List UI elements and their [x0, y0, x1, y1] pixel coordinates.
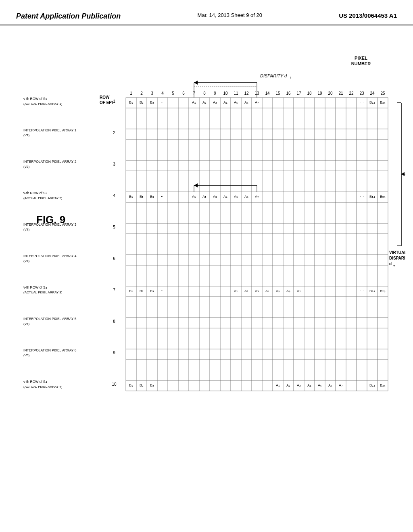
svg-text:(V2): (V2): [23, 165, 29, 168]
svg-text:3: 3: [113, 162, 115, 166]
svg-text:INTERPOLATION PIXEL ARRAY 1: INTERPOLATION PIXEL ARRAY 1: [23, 128, 77, 132]
svg-text:4: 4: [161, 91, 164, 96]
svg-text:i: i: [290, 76, 291, 79]
svg-text:DISPARITY: DISPARITY: [389, 256, 405, 260]
svg-text:6: 6: [182, 91, 185, 96]
svg-text:4: 4: [113, 193, 115, 198]
svg-text:INTERPOLATION PIXEL ARRAY 2: INTERPOLATION PIXEL ARRAY 2: [23, 160, 77, 164]
svg-text:8: 8: [203, 91, 206, 96]
svg-text:A₁: A₁: [234, 289, 238, 293]
svg-text:⋯: ⋯: [161, 383, 165, 387]
svg-text:⋯: ⋯: [360, 289, 364, 293]
svg-text:A₃: A₃: [213, 100, 217, 104]
svg-text:B₂: B₂: [140, 383, 144, 387]
svg-text:A₆: A₆: [328, 383, 332, 387]
svg-text:B₂: B₂: [140, 289, 144, 293]
svg-text:1: 1: [130, 91, 132, 96]
svg-text:19: 19: [317, 91, 322, 96]
svg-text:A₇: A₇: [255, 100, 259, 104]
svg-text:5: 5: [113, 225, 115, 229]
svg-text:⋯: ⋯: [161, 289, 165, 293]
svg-text:(ACTUAL PIXEL ARRAY 2): (ACTUAL PIXEL ARRAY 2): [23, 196, 63, 200]
svg-text:5: 5: [172, 91, 174, 96]
svg-text:⋯: ⋯: [360, 100, 364, 104]
svg-text:v-th ROW of S₂: v-th ROW of S₂: [23, 191, 47, 195]
svg-text:B₂₄: B₂₄: [369, 100, 375, 104]
svg-text:INTERPOLATION PIXEL ARRAY 6: INTERPOLATION PIXEL ARRAY 6: [23, 348, 77, 352]
svg-text:25: 25: [380, 91, 385, 96]
diagram-svg: PIXEL NUMBER ROW OF EPI 1 2 3 4 5 6 7 8 …: [22, 52, 405, 520]
svg-text:A₄: A₄: [223, 100, 227, 104]
svg-text:2: 2: [140, 91, 143, 96]
svg-text:B₃: B₃: [150, 195, 154, 199]
svg-text:B₂₅: B₂₅: [380, 383, 386, 387]
svg-text:OF EPI: OF EPI: [100, 100, 113, 105]
svg-text:B₂: B₂: [140, 195, 144, 199]
svg-text:INTERPOLATION PIXEL ARRAY 5: INTERPOLATION PIXEL ARRAY 5: [23, 317, 77, 321]
svg-text:⋯: ⋯: [360, 383, 364, 387]
svg-text:B₃: B₃: [150, 100, 154, 104]
svg-marker-180: [401, 172, 405, 176]
svg-text:(V5): (V5): [23, 322, 29, 326]
svg-text:A₄: A₄: [307, 383, 311, 387]
svg-text:PIXEL: PIXEL: [355, 56, 367, 60]
svg-text:B₂₅: B₂₅: [380, 195, 386, 199]
svg-text:23: 23: [359, 91, 364, 96]
svg-text:v-th ROW of S₃: v-th ROW of S₃: [23, 285, 47, 289]
svg-text:B₂₄: B₂₄: [369, 289, 375, 293]
svg-text:⋯: ⋯: [161, 195, 165, 199]
svg-text:B₁: B₁: [129, 195, 133, 199]
header-right: US 2013/0064453 A1: [339, 12, 397, 19]
svg-marker-169: [194, 183, 198, 187]
svg-text:17: 17: [296, 91, 301, 96]
svg-text:11: 11: [234, 91, 238, 96]
svg-text:A₂: A₂: [202, 195, 206, 199]
svg-text:A₇: A₇: [339, 383, 343, 387]
svg-text:A₁: A₁: [192, 100, 196, 104]
svg-text:6: 6: [113, 256, 115, 261]
svg-text:B₃: B₃: [150, 289, 154, 293]
svg-text:VIRTUAL: VIRTUAL: [389, 250, 405, 255]
svg-text:20: 20: [328, 91, 333, 96]
svg-text:A₇: A₇: [297, 289, 301, 293]
svg-text:B₂: B₂: [140, 100, 144, 104]
svg-text:DISPARITY d: DISPARITY d: [260, 73, 287, 78]
svg-text:A₃: A₃: [297, 383, 301, 387]
svg-text:21: 21: [338, 91, 343, 96]
header-center: Mar. 14, 2013 Sheet 9 of 20: [198, 12, 262, 18]
svg-text:B₃: B₃: [150, 383, 154, 387]
svg-text:⋯: ⋯: [360, 195, 364, 199]
svg-text:A₄: A₄: [223, 195, 227, 199]
svg-text:v: v: [393, 264, 395, 267]
svg-text:B₁: B₁: [129, 383, 133, 387]
svg-text:9: 9: [113, 351, 115, 355]
svg-text:A₂: A₂: [286, 383, 290, 387]
svg-text:A₂: A₂: [244, 289, 248, 293]
svg-text:(ACTUAL PIXEL ARRAY 4): (ACTUAL PIXEL ARRAY 4): [23, 385, 63, 389]
svg-text:(V6): (V6): [23, 353, 29, 357]
svg-text:12: 12: [244, 91, 249, 96]
svg-text:A₅: A₅: [234, 100, 238, 104]
svg-text:ROW: ROW: [100, 95, 110, 100]
svg-text:B₂₄: B₂₄: [369, 383, 375, 387]
page-header: Patent Application Publication Mar. 14, …: [0, 0, 413, 25]
svg-text:1: 1: [113, 99, 115, 104]
svg-text:A₃: A₃: [213, 195, 217, 199]
svg-marker-164: [194, 81, 198, 85]
svg-text:A₅: A₅: [318, 383, 322, 387]
svg-text:A₃: A₃: [255, 289, 259, 293]
svg-text:(ACTUAL PIXEL ARRAY 1): (ACTUAL PIXEL ARRAY 1): [23, 102, 63, 106]
header-left: Patent Application Publication: [16, 12, 121, 21]
svg-text:NUMBER: NUMBER: [351, 61, 371, 66]
svg-text:B₂₅: B₂₅: [380, 289, 386, 293]
svg-text:(V4): (V4): [23, 259, 29, 263]
svg-text:10: 10: [112, 382, 117, 387]
svg-text:B₂₅: B₂₅: [380, 100, 386, 104]
svg-text:A₂: A₂: [202, 100, 206, 104]
svg-text:14: 14: [265, 91, 270, 96]
svg-text:A₆: A₆: [286, 289, 290, 293]
svg-text:⋯: ⋯: [161, 100, 165, 104]
svg-text:A₅: A₅: [234, 195, 238, 199]
svg-text:A₆: A₆: [244, 100, 248, 104]
svg-text:18: 18: [307, 91, 312, 96]
